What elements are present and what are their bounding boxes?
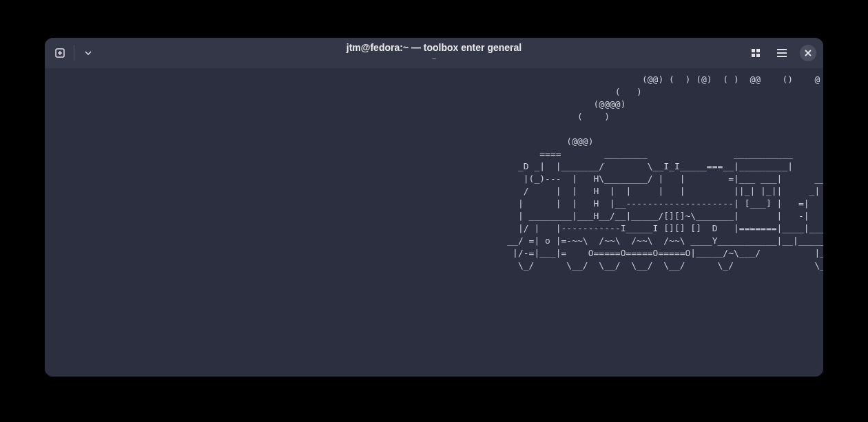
close-icon [805,50,812,56]
menu-button[interactable] [774,45,790,61]
svg-rect-5 [752,54,755,57]
grid-icon [750,48,761,59]
dropdown-button[interactable] [80,45,96,61]
new-tab-icon [54,48,65,59]
titlebar-left [52,45,96,61]
grid-button[interactable] [747,45,764,61]
terminal-output[interactable]: (@@) ( ) (@) ( ) @@ () @ O ( ) [45,68,823,377]
title-area: jtm@fedora:~ — toolbox enter general ~ [347,43,521,63]
svg-rect-3 [752,49,755,52]
window-subtitle: ~ [347,55,521,63]
window-title: jtm@fedora:~ — toolbox enter general [347,43,521,53]
titlebar-right [747,45,816,61]
new-tab-button[interactable] [52,45,68,61]
titlebar: jtm@fedora:~ — toolbox enter general ~ [45,38,823,68]
divider [74,45,74,61]
svg-rect-6 [756,54,760,57]
svg-rect-4 [756,49,760,52]
close-button[interactable] [800,45,816,61]
hamburger-icon [776,48,787,58]
chevron-down-icon [85,51,92,55]
terminal-window: jtm@fedora:~ — toolbox enter general ~ [45,38,823,377]
